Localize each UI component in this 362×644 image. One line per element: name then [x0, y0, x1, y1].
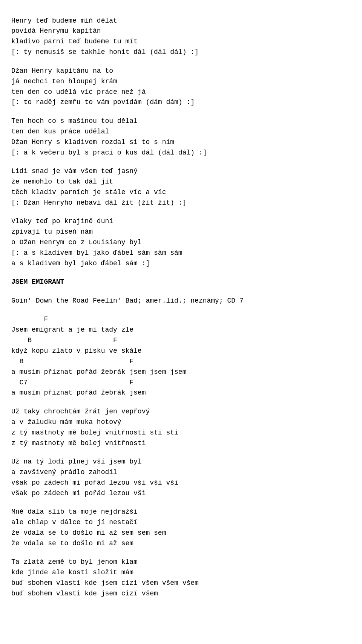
song-subtitle: Goin' Down the Road Feelin' Bad; amer.li… — [11, 296, 351, 306]
lyrics-block-11: Mně dala slib ta moje nejdražší ale chla… — [11, 507, 351, 549]
lyrics-block-3: Ten hoch co s mašinou tou dělal ten den … — [11, 116, 351, 158]
lyrics-block-5: Vlaky teď po krajině duní zpívají tu pís… — [11, 216, 351, 269]
song-title: JSEM EMIGRANT — [11, 277, 351, 288]
lyrics-block-chords: F Jsem emigrant a je mi tady zle B F kdy… — [11, 314, 351, 398]
lyrics-block-9: Už taky chrochtám žrát jen vepřový a v ž… — [11, 407, 351, 449]
lyrics-block-1: Henry teď budeme míň dělat povídá Henrym… — [11, 16, 351, 58]
lyrics-block-10: Už na tý lodi plnej vší jsem byl a zavši… — [11, 457, 351, 499]
page-content: Henry teď budeme míň dělat povídá Henrym… — [11, 16, 351, 599]
lyrics-block-12: Ta zlatá země to byl jenom klam kde jind… — [11, 557, 351, 599]
lyrics-block-4: Lidi snad je vám všem teď jasný že nemoh… — [11, 166, 351, 208]
lyrics-block-2: Džan Henry kapitánu na to já nechci ten … — [11, 66, 351, 108]
